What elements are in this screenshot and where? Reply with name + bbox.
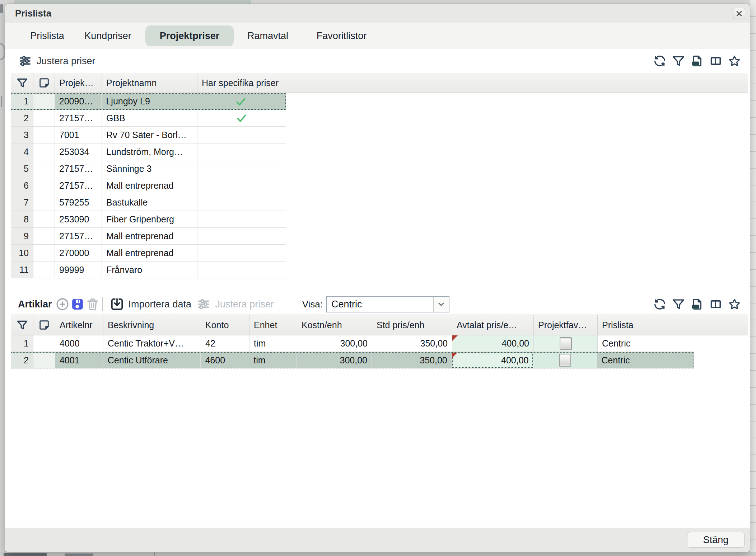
project-row[interactable]: 2 27157… GBB (11, 110, 286, 127)
filter-row-toggle[interactable] (11, 73, 33, 93)
project-row[interactable]: 1 20090… Ljungby L9 (11, 93, 286, 110)
har-specifika-cell (197, 177, 286, 194)
add-article-icon[interactable] (55, 297, 70, 312)
column-header-konto[interactable]: Konto (201, 315, 249, 335)
enhet-cell: tim (249, 335, 297, 352)
articles-toolbar: Artiklar (5, 294, 750, 315)
delete-icon[interactable] (85, 297, 100, 312)
svg-text:XLS: XLS (692, 62, 699, 65)
refresh-icon[interactable] (652, 53, 667, 69)
column-header-std-pris-enh[interactable]: Std pris/enh (372, 315, 452, 335)
beskrivning-cell: Centic Traktor+V… (103, 335, 201, 352)
konto-cell: 42 (201, 335, 249, 352)
tab-prislista[interactable]: Prislista (21, 25, 73, 46)
column-header-enhet[interactable]: Enhet (249, 315, 297, 335)
project-row[interactable]: 6 27157… Mall entreprenad (11, 177, 286, 194)
projects-table-actions: XLS (652, 53, 742, 69)
visa-dropdown[interactable]: Centric (326, 296, 449, 312)
column-header-projektfav[interactable]: Projektfav… (534, 315, 598, 335)
tab-projektpriser[interactable]: Projektpriser (145, 25, 234, 46)
project-row[interactable]: 3 7001 Rv 70 Säter - Borl… (11, 127, 286, 143)
dialog-content: Justera priser (5, 49, 750, 528)
import-data-button[interactable]: Importera data (110, 297, 192, 311)
chevron-down-icon (433, 297, 449, 312)
row-number: 1 (11, 94, 33, 109)
projektnr-cell: 20090… (55, 94, 102, 109)
close-button[interactable] (733, 8, 745, 19)
avtalat-pris-cell[interactable]: 400,00 (452, 335, 534, 352)
projektnamn-cell: GBB (102, 110, 197, 126)
save-icon[interactable] (70, 297, 85, 312)
project-row[interactable]: 9 27157… Mall entreprenad (11, 228, 286, 245)
column-header-kostn-enh[interactable]: Kostn/enh (297, 315, 372, 335)
columns-icon[interactable] (708, 53, 723, 69)
beskrivning-cell: Centic Utförare (103, 353, 201, 368)
background-text-fragment (4, 553, 47, 556)
column-header-prislista[interactable]: Prislista (598, 315, 694, 335)
prislista-dialog: Prislista Prislista Kundpriser Projektpr… (5, 4, 750, 552)
note-cell (33, 228, 55, 244)
projektfav-checkbox[interactable] (559, 354, 571, 367)
filter-icon (16, 77, 28, 89)
export-xls-icon[interactable]: XLS (690, 53, 705, 69)
article-row[interactable]: 2 4001 Centic Utförare 4600 tim 300,00 3… (11, 352, 694, 368)
filter-icon (16, 319, 28, 331)
note-cell (33, 160, 55, 177)
background-line-fragment (1, 96, 2, 107)
dialog-footer: Stäng (5, 528, 750, 552)
refresh-icon[interactable] (652, 297, 667, 312)
favorite-star-icon[interactable] (727, 53, 742, 69)
projektfav-cell (534, 335, 598, 352)
project-row[interactable]: 10 270000 Mall entreprenad (11, 245, 286, 261)
tab-kundpriser[interactable]: Kundpriser (82, 25, 134, 46)
note-icon (38, 319, 50, 331)
article-row[interactable]: 1 4000 Centic Traktor+V… 42 tim 300,00 3… (11, 335, 694, 352)
project-row[interactable]: 4 253034 Lundström, Morg… (11, 143, 286, 160)
std-pris-cell: 350,00 (372, 353, 452, 368)
project-row[interactable]: 8 253090 Fiber Gripenberg (11, 211, 286, 228)
column-header-beskrivning[interactable]: Beskrivning (103, 315, 201, 335)
column-header-artikelnr[interactable]: Artikelnr (55, 315, 103, 335)
artikelnr-cell: 4000 (55, 335, 103, 352)
adjust-prices-button[interactable]: Justera priser (18, 54, 95, 68)
tab-favoritlistor[interactable]: Favoritlistor (313, 25, 370, 46)
projektnr-cell: 270000 (55, 245, 102, 261)
filter-icon[interactable] (671, 53, 686, 69)
projektnr-cell: 7001 (55, 127, 102, 143)
filter-icon[interactable] (671, 297, 686, 312)
projects-toolbar: Justera priser (5, 49, 750, 73)
close-dialog-button[interactable]: Stäng (687, 532, 745, 548)
avtalat-pris-cell-focused[interactable]: 400,00 (452, 353, 533, 368)
columns-icon[interactable] (708, 297, 723, 312)
adjust-prices-button-disabled[interactable]: Justera priser (196, 297, 274, 311)
favorite-star-icon[interactable] (727, 297, 742, 312)
notes-column-header[interactable] (33, 315, 55, 335)
har-specifika-cell (197, 160, 286, 177)
row-number: 4 (11, 143, 33, 160)
row-number: 2 (11, 353, 33, 368)
column-header-avtalat-pris[interactable]: Avtalat pris/e… (452, 315, 534, 335)
projektnamn-cell: Lundström, Morg… (102, 143, 197, 160)
har-specifika-cell (197, 261, 286, 278)
column-header-har-specifika-priser[interactable]: Har specifika priser (197, 73, 286, 93)
project-row[interactable]: 11 99999 Frånvaro (11, 261, 286, 278)
column-header-projektnamn[interactable]: Projektnamn (102, 73, 197, 93)
projektnamn-cell: Sänninge 3 (102, 160, 197, 177)
filter-row-toggle[interactable] (11, 315, 33, 335)
project-row[interactable]: 5 27157… Sänninge 3 (11, 160, 286, 177)
note-cell (33, 177, 55, 194)
export-xls-icon[interactable]: XLS (690, 297, 705, 312)
dialog-title: Prislista (15, 4, 51, 23)
column-header-projektnr[interactable]: Projek… (55, 73, 102, 93)
projektnr-cell: 27157… (55, 160, 102, 177)
note-cell (33, 110, 55, 126)
projektnamn-cell: Bastukalle (102, 194, 197, 211)
enhet-cell: tim (249, 353, 297, 368)
artikelnr-cell: 4001 (55, 353, 103, 368)
project-row[interactable]: 7 579255 Bastukalle (11, 194, 286, 211)
import-data-label: Importera data (129, 299, 192, 310)
projektfav-checkbox[interactable] (560, 337, 572, 350)
tab-ramavtal[interactable]: Ramavtal (246, 25, 290, 46)
projektfav-cell (533, 353, 597, 368)
notes-column-header[interactable] (33, 73, 55, 93)
